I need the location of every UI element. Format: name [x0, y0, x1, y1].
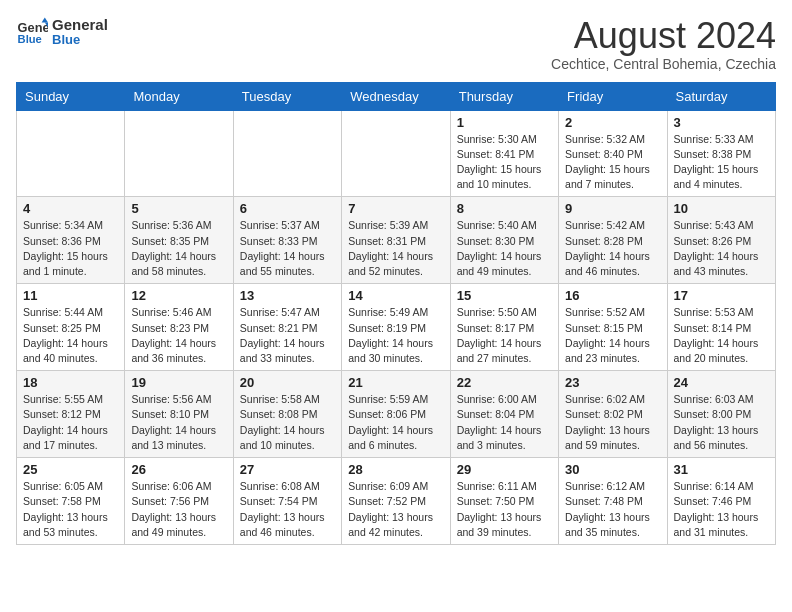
weekday-header-friday: Friday: [559, 82, 667, 110]
day-info: Sunrise: 5:47 AM Sunset: 8:21 PM Dayligh…: [240, 305, 335, 366]
weekday-header-monday: Monday: [125, 82, 233, 110]
calendar-cell: 5Sunrise: 5:36 AM Sunset: 8:35 PM Daylig…: [125, 197, 233, 284]
title-area: August 2024 Cechtice, Central Bohemia, C…: [551, 16, 776, 72]
day-number: 23: [565, 375, 660, 390]
calendar-cell: 17Sunrise: 5:53 AM Sunset: 8:14 PM Dayli…: [667, 284, 775, 371]
calendar-table: SundayMondayTuesdayWednesdayThursdayFrid…: [16, 82, 776, 545]
calendar-cell: 10Sunrise: 5:43 AM Sunset: 8:26 PM Dayli…: [667, 197, 775, 284]
calendar-cell: [342, 110, 450, 197]
calendar-cell: 16Sunrise: 5:52 AM Sunset: 8:15 PM Dayli…: [559, 284, 667, 371]
calendar-week-row: 18Sunrise: 5:55 AM Sunset: 8:12 PM Dayli…: [17, 371, 776, 458]
day-number: 1: [457, 115, 552, 130]
location-subtitle: Cechtice, Central Bohemia, Czechia: [551, 56, 776, 72]
day-number: 11: [23, 288, 118, 303]
calendar-week-row: 4Sunrise: 5:34 AM Sunset: 8:36 PM Daylig…: [17, 197, 776, 284]
day-number: 10: [674, 201, 769, 216]
day-number: 4: [23, 201, 118, 216]
calendar-cell: 3Sunrise: 5:33 AM Sunset: 8:38 PM Daylig…: [667, 110, 775, 197]
calendar-cell: 2Sunrise: 5:32 AM Sunset: 8:40 PM Daylig…: [559, 110, 667, 197]
day-info: Sunrise: 5:55 AM Sunset: 8:12 PM Dayligh…: [23, 392, 118, 453]
day-number: 19: [131, 375, 226, 390]
day-number: 31: [674, 462, 769, 477]
day-info: Sunrise: 5:44 AM Sunset: 8:25 PM Dayligh…: [23, 305, 118, 366]
day-info: Sunrise: 5:42 AM Sunset: 8:28 PM Dayligh…: [565, 218, 660, 279]
day-number: 14: [348, 288, 443, 303]
day-number: 15: [457, 288, 552, 303]
day-info: Sunrise: 5:53 AM Sunset: 8:14 PM Dayligh…: [674, 305, 769, 366]
calendar-cell: [233, 110, 341, 197]
weekday-header-thursday: Thursday: [450, 82, 558, 110]
day-number: 13: [240, 288, 335, 303]
logo: General Blue General Blue: [16, 16, 108, 48]
weekday-header-tuesday: Tuesday: [233, 82, 341, 110]
calendar-cell: 30Sunrise: 6:12 AM Sunset: 7:48 PM Dayli…: [559, 458, 667, 545]
day-number: 18: [23, 375, 118, 390]
day-info: Sunrise: 5:37 AM Sunset: 8:33 PM Dayligh…: [240, 218, 335, 279]
day-number: 7: [348, 201, 443, 216]
calendar-cell: 6Sunrise: 5:37 AM Sunset: 8:33 PM Daylig…: [233, 197, 341, 284]
day-info: Sunrise: 6:09 AM Sunset: 7:52 PM Dayligh…: [348, 479, 443, 540]
calendar-cell: 1Sunrise: 5:30 AM Sunset: 8:41 PM Daylig…: [450, 110, 558, 197]
day-info: Sunrise: 6:00 AM Sunset: 8:04 PM Dayligh…: [457, 392, 552, 453]
calendar-cell: 29Sunrise: 6:11 AM Sunset: 7:50 PM Dayli…: [450, 458, 558, 545]
logo-icon: General Blue: [16, 16, 48, 48]
day-number: 12: [131, 288, 226, 303]
day-number: 25: [23, 462, 118, 477]
calendar-cell: 21Sunrise: 5:59 AM Sunset: 8:06 PM Dayli…: [342, 371, 450, 458]
day-info: Sunrise: 5:43 AM Sunset: 8:26 PM Dayligh…: [674, 218, 769, 279]
day-number: 5: [131, 201, 226, 216]
day-number: 28: [348, 462, 443, 477]
calendar-cell: 9Sunrise: 5:42 AM Sunset: 8:28 PM Daylig…: [559, 197, 667, 284]
day-number: 17: [674, 288, 769, 303]
calendar-week-row: 11Sunrise: 5:44 AM Sunset: 8:25 PM Dayli…: [17, 284, 776, 371]
day-info: Sunrise: 5:36 AM Sunset: 8:35 PM Dayligh…: [131, 218, 226, 279]
day-number: 6: [240, 201, 335, 216]
day-info: Sunrise: 5:33 AM Sunset: 8:38 PM Dayligh…: [674, 132, 769, 193]
day-number: 22: [457, 375, 552, 390]
weekday-header-sunday: Sunday: [17, 82, 125, 110]
weekday-header-wednesday: Wednesday: [342, 82, 450, 110]
calendar-cell: 8Sunrise: 5:40 AM Sunset: 8:30 PM Daylig…: [450, 197, 558, 284]
calendar-cell: 20Sunrise: 5:58 AM Sunset: 8:08 PM Dayli…: [233, 371, 341, 458]
month-year-title: August 2024: [551, 16, 776, 56]
weekday-header-saturday: Saturday: [667, 82, 775, 110]
day-number: 9: [565, 201, 660, 216]
calendar-cell: 7Sunrise: 5:39 AM Sunset: 8:31 PM Daylig…: [342, 197, 450, 284]
calendar-cell: 12Sunrise: 5:46 AM Sunset: 8:23 PM Dayli…: [125, 284, 233, 371]
day-number: 27: [240, 462, 335, 477]
day-info: Sunrise: 6:02 AM Sunset: 8:02 PM Dayligh…: [565, 392, 660, 453]
day-info: Sunrise: 5:52 AM Sunset: 8:15 PM Dayligh…: [565, 305, 660, 366]
day-number: 21: [348, 375, 443, 390]
day-info: Sunrise: 6:08 AM Sunset: 7:54 PM Dayligh…: [240, 479, 335, 540]
calendar-cell: 15Sunrise: 5:50 AM Sunset: 8:17 PM Dayli…: [450, 284, 558, 371]
day-info: Sunrise: 5:32 AM Sunset: 8:40 PM Dayligh…: [565, 132, 660, 193]
day-number: 20: [240, 375, 335, 390]
day-info: Sunrise: 5:46 AM Sunset: 8:23 PM Dayligh…: [131, 305, 226, 366]
day-info: Sunrise: 6:06 AM Sunset: 7:56 PM Dayligh…: [131, 479, 226, 540]
day-info: Sunrise: 6:05 AM Sunset: 7:58 PM Dayligh…: [23, 479, 118, 540]
page-header: General Blue General Blue August 2024 Ce…: [16, 16, 776, 72]
day-number: 16: [565, 288, 660, 303]
calendar-cell: 23Sunrise: 6:02 AM Sunset: 8:02 PM Dayli…: [559, 371, 667, 458]
calendar-cell: 18Sunrise: 5:55 AM Sunset: 8:12 PM Dayli…: [17, 371, 125, 458]
logo-text: General Blue: [52, 17, 108, 48]
day-number: 24: [674, 375, 769, 390]
calendar-cell: 14Sunrise: 5:49 AM Sunset: 8:19 PM Dayli…: [342, 284, 450, 371]
calendar-week-row: 1Sunrise: 5:30 AM Sunset: 8:41 PM Daylig…: [17, 110, 776, 197]
day-info: Sunrise: 6:14 AM Sunset: 7:46 PM Dayligh…: [674, 479, 769, 540]
calendar-cell: 22Sunrise: 6:00 AM Sunset: 8:04 PM Dayli…: [450, 371, 558, 458]
day-number: 29: [457, 462, 552, 477]
day-number: 26: [131, 462, 226, 477]
weekday-header-row: SundayMondayTuesdayWednesdayThursdayFrid…: [17, 82, 776, 110]
day-info: Sunrise: 5:56 AM Sunset: 8:10 PM Dayligh…: [131, 392, 226, 453]
day-info: Sunrise: 5:40 AM Sunset: 8:30 PM Dayligh…: [457, 218, 552, 279]
day-info: Sunrise: 5:39 AM Sunset: 8:31 PM Dayligh…: [348, 218, 443, 279]
calendar-cell: [125, 110, 233, 197]
calendar-cell: 11Sunrise: 5:44 AM Sunset: 8:25 PM Dayli…: [17, 284, 125, 371]
day-number: 2: [565, 115, 660, 130]
calendar-cell: 13Sunrise: 5:47 AM Sunset: 8:21 PM Dayli…: [233, 284, 341, 371]
calendar-cell: 19Sunrise: 5:56 AM Sunset: 8:10 PM Dayli…: [125, 371, 233, 458]
calendar-cell: 28Sunrise: 6:09 AM Sunset: 7:52 PM Dayli…: [342, 458, 450, 545]
calendar-cell: 31Sunrise: 6:14 AM Sunset: 7:46 PM Dayli…: [667, 458, 775, 545]
calendar-cell: [17, 110, 125, 197]
